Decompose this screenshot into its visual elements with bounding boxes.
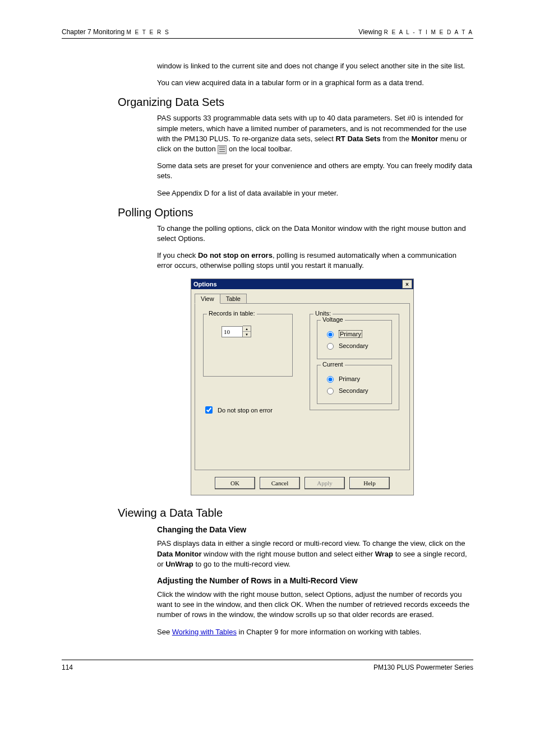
voltage-primary-label: Primary (339, 330, 362, 338)
page-header: Chapter 7 Monitoring M E T E R S Viewing… (62, 28, 473, 39)
dialog-buttons: OK Cancel Apply Help (191, 474, 413, 495)
close-glyph: × (405, 281, 409, 287)
voltage-secondary-row[interactable]: Secondary (324, 341, 385, 350)
current-fieldset: Current Primary Secondary (317, 365, 392, 404)
sec3-p1a: PAS displays data in either a single rec… (157, 539, 465, 548)
toolbar-datasets-icon (218, 145, 227, 154)
voltage-secondary-radio[interactable] (327, 343, 334, 350)
ok-label: OK (230, 480, 239, 486)
voltage-primary-row[interactable]: Primary (324, 330, 385, 338)
sec2-p2: If you check Do not stop on errors, poll… (157, 251, 473, 271)
dialog-titlebar[interactable]: Options × (191, 279, 413, 289)
sec1-p1: PAS supports 33 programmable data sets w… (157, 113, 473, 154)
spinner-up-icon[interactable]: ▲ (243, 326, 251, 332)
sec1-p2: Some data sets are preset for your conve… (157, 161, 473, 181)
units-fieldset: Units: Voltage Primary Secondary (310, 314, 399, 410)
voltage-fieldset: Voltage Primary Secondary (317, 320, 392, 359)
sec3-p2: Click the window with the right mouse bu… (157, 590, 473, 620)
page-footer: 114 PM130 PLUS Powermeter Series (62, 660, 473, 671)
sec3-p1g: to go to the multi-record view. (193, 560, 290, 568)
sec1-p3: See Appendix D for a list of data availa… (157, 188, 473, 198)
tab-view[interactable]: View (195, 294, 220, 304)
current-primary-label: Primary (339, 375, 360, 382)
tab-body: Records in table: ▲ ▼ Do not (195, 303, 410, 470)
apply-label: Apply (317, 480, 333, 486)
tab-table[interactable]: Table (220, 294, 247, 303)
close-icon[interactable]: × (402, 280, 412, 289)
sec3-p3c: in Chapter 9 for more information on wor… (237, 628, 422, 636)
tab-table-label: Table (226, 295, 241, 302)
help-button[interactable]: Help (349, 477, 390, 489)
section-organizing-data-sets: Organizing Data Sets (118, 96, 473, 109)
header-left: Chapter 7 Monitoring M E T E R S (62, 28, 170, 36)
sec1-p1d: Monitor (412, 134, 439, 143)
sec3-p3: See Working with Tables in Chapter 9 for… (157, 627, 473, 637)
chapter-label: Chapter 7 Monitoring (62, 28, 124, 36)
intro-p1: window is linked to the current site and… (157, 61, 473, 71)
changing-data-view-heading: Changing the Data View (157, 525, 473, 534)
voltage-secondary-label: Secondary (339, 342, 368, 349)
sec3-p1: PAS displays data in either a single rec… (157, 539, 473, 569)
section-polling-options: Polling Options (118, 206, 473, 219)
header-right: Viewing R E A L - T I M E D A T A (358, 28, 473, 36)
sec1-p1c: from the (381, 134, 412, 143)
footer-right: PM130 PLUS Powermeter Series (373, 664, 473, 671)
intro-p2: You can view acquired data in a tabular … (157, 78, 473, 88)
records-input[interactable] (222, 326, 243, 337)
voltage-primary-radio[interactable] (327, 331, 334, 338)
rtdata-label: R E A L - T I M E D A T A (384, 29, 474, 35)
current-legend: Current (321, 361, 345, 368)
options-dialog: Options × View Table Records in table: (191, 279, 414, 495)
adjusting-rows-heading: Adjusting the Number of Rows in a Multi-… (157, 576, 473, 585)
apply-button[interactable]: Apply (305, 477, 345, 489)
sec3-p1f: UnWrap (165, 560, 193, 568)
dialog-tabs: View Table (191, 289, 413, 303)
tab-view-label: View (201, 295, 214, 302)
dialog-title: Options (193, 281, 217, 287)
records-legend: Records in table: (207, 310, 257, 317)
ok-button[interactable]: OK (215, 477, 255, 489)
sec1-p1b: RT Data Sets (335, 134, 380, 143)
help-label: Help (363, 480, 375, 486)
sec1-p1f: on the local toolbar. (227, 145, 292, 153)
current-primary-row[interactable]: Primary (324, 374, 385, 383)
records-fieldset: Records in table: ▲ ▼ (203, 314, 293, 377)
sec2-p2a: If you check (157, 251, 198, 259)
voltage-legend: Voltage (321, 316, 345, 323)
current-primary-radio[interactable] (327, 376, 334, 383)
link-text: Working with Tables (172, 628, 237, 636)
stop-on-error-label: Do not stop on error (218, 407, 273, 414)
section-viewing-data-table: Viewing a Data Table (118, 507, 473, 520)
stop-on-error-row[interactable]: Do not stop on error (203, 405, 293, 415)
sec3-p1c: window with the right mouse button and s… (201, 550, 375, 558)
viewing-label: Viewing (358, 28, 382, 36)
page-number: 114 (62, 664, 73, 671)
sec2-p1: To change the polling options, click on … (157, 224, 473, 244)
sec3-p1d: Wrap (375, 550, 393, 558)
meters-label: M E T E R S (126, 29, 169, 35)
sec2-p2b: Do not stop on errors (198, 251, 273, 259)
working-with-tables-link[interactable]: Working with Tables (172, 628, 237, 636)
current-secondary-row[interactable]: Secondary (324, 386, 385, 395)
sec3-p3a: See (157, 628, 172, 636)
cancel-label: Cancel (271, 480, 289, 486)
current-secondary-radio[interactable] (327, 388, 334, 395)
current-secondary-label: Secondary (339, 387, 368, 394)
records-spinner[interactable]: ▲ ▼ (222, 326, 285, 337)
sec3-p1b: Data Monitor (157, 550, 201, 558)
cancel-button[interactable]: Cancel (260, 477, 300, 489)
stop-on-error-checkbox[interactable] (205, 406, 213, 414)
spinner-down-icon[interactable]: ▼ (243, 332, 251, 337)
